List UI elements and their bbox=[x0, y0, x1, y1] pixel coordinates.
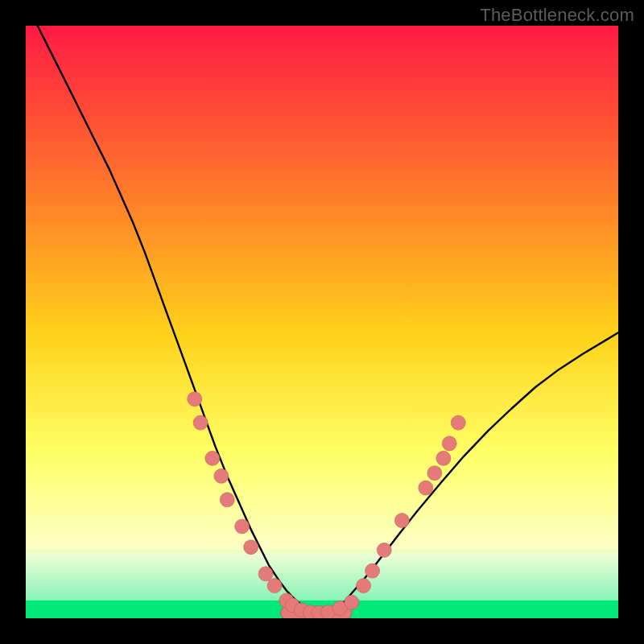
svg-point-7 bbox=[214, 469, 229, 483]
svg-rect-0 bbox=[26, 26, 618, 618]
svg-point-25 bbox=[419, 481, 433, 495]
chart-svg bbox=[26, 26, 618, 618]
svg-point-4 bbox=[188, 392, 202, 407]
svg-rect-1 bbox=[26, 553, 618, 601]
svg-point-26 bbox=[427, 466, 442, 481]
svg-point-5 bbox=[193, 415, 208, 430]
svg-point-27 bbox=[436, 451, 451, 465]
svg-point-20 bbox=[345, 595, 359, 609]
svg-point-24 bbox=[394, 514, 409, 528]
bottleneck-chart bbox=[26, 26, 618, 618]
svg-point-12 bbox=[267, 579, 282, 593]
watermark-text: TheBottleneck.com bbox=[480, 5, 634, 26]
svg-point-6 bbox=[205, 451, 220, 465]
svg-point-9 bbox=[235, 519, 250, 534]
svg-point-29 bbox=[451, 415, 465, 430]
svg-point-10 bbox=[244, 540, 258, 555]
svg-point-21 bbox=[357, 579, 371, 593]
svg-point-23 bbox=[377, 543, 391, 557]
svg-point-28 bbox=[442, 436, 456, 451]
svg-point-22 bbox=[365, 564, 380, 578]
svg-point-8 bbox=[220, 493, 234, 507]
app-frame: TheBottleneck.com bbox=[0, 0, 644, 644]
svg-point-11 bbox=[258, 567, 273, 581]
